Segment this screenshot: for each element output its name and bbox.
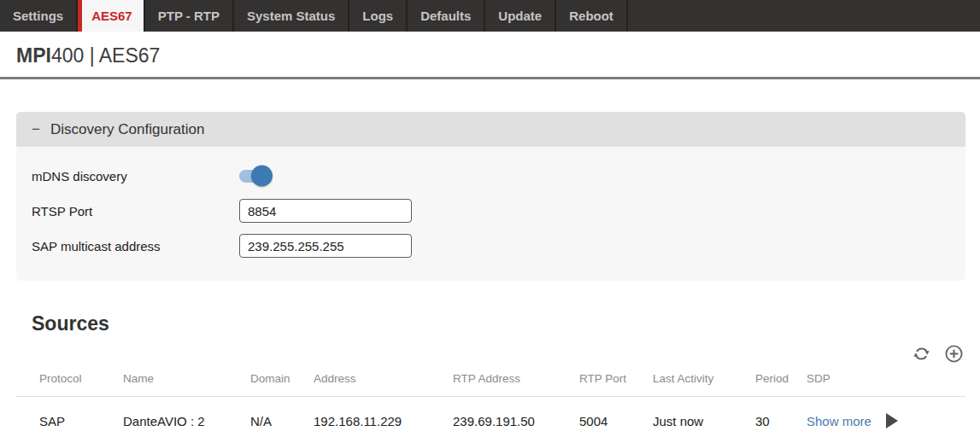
collapse-minus-icon: − — [32, 121, 40, 138]
toggle-knob — [251, 166, 273, 187]
tab-reboot[interactable]: Reboot — [556, 0, 628, 32]
discovery-panel-body: mDNS discovery RTSP Port SAP multicast a… — [16, 147, 965, 281]
tab-ptp-rtp[interactable]: PTP - RTP — [145, 0, 234, 32]
table-row: SAP DanteAVIO : 2 N/A 192.168.11.229 239… — [16, 397, 965, 437]
mdns-discovery-toggle[interactable] — [239, 170, 271, 183]
sap-multicast-input[interactable] — [239, 234, 412, 258]
col-domain: Domain — [250, 365, 314, 397]
sap-multicast-row: SAP multicast address — [16, 234, 965, 258]
cell-address: 192.168.11.229 — [314, 397, 453, 437]
table-header-row: Protocol Name Domain Address RTP Address… — [16, 365, 965, 397]
col-last-activity: Last Activity — [653, 365, 755, 397]
sources-section: Sources — [16, 312, 965, 437]
discovery-configuration-panel: − Discovery Configuration mDNS discovery… — [16, 112, 965, 281]
rtsp-port-label: RTSP Port — [32, 204, 239, 218]
cell-sdp: Show more — [807, 397, 886, 437]
cell-rtp-port: 5004 — [579, 397, 653, 437]
col-sdp: SDP — [807, 365, 886, 397]
mdns-discovery-row: mDNS discovery — [16, 164, 965, 188]
sources-table: Protocol Name Domain Address RTP Address… — [16, 365, 965, 437]
tab-system-status[interactable]: System Status — [234, 0, 349, 32]
sources-toolbar — [16, 344, 964, 364]
tab-logs[interactable]: Logs — [349, 0, 408, 32]
show-more-link[interactable]: Show more — [807, 414, 871, 428]
tab-defaults[interactable]: Defaults — [408, 0, 485, 32]
cell-period: 30 — [755, 397, 807, 437]
col-protocol: Protocol — [16, 365, 123, 397]
discovery-panel-header[interactable]: − Discovery Configuration — [16, 112, 965, 147]
rtsp-port-row: RTSP Port — [16, 199, 965, 223]
refresh-icon[interactable] — [912, 344, 931, 364]
device-brand: MPI — [16, 44, 51, 67]
tab-settings[interactable]: Settings — [0, 0, 78, 32]
col-period: Period — [755, 365, 807, 397]
sources-title: Sources — [16, 312, 965, 335]
col-rtp-address: RTP Address — [453, 365, 579, 397]
col-address: Address — [314, 365, 453, 397]
cell-protocol: SAP — [16, 397, 123, 437]
cell-name: DanteAVIO : 2 — [123, 397, 250, 437]
cell-last-activity: Just now — [653, 397, 755, 437]
tab-update[interactable]: Update — [485, 0, 556, 32]
discovery-panel-title: Discovery Configuration — [50, 121, 204, 138]
tab-aes67[interactable]: AES67 — [78, 0, 145, 32]
top-navbar: Settings AES67 PTP - RTP System Status L… — [0, 0, 980, 32]
col-actions — [886, 365, 965, 397]
header-divider — [0, 77, 980, 79]
play-icon[interactable] — [886, 413, 898, 428]
sap-multicast-label: SAP multicast address — [32, 239, 239, 253]
page-title: 400 | AES67 — [51, 44, 160, 67]
col-name: Name — [123, 365, 250, 397]
cell-rtp-address: 239.69.191.50 — [453, 397, 579, 437]
mdns-discovery-label: mDNS discovery — [32, 169, 239, 184]
col-rtp-port: RTP Port — [579, 365, 653, 397]
cell-actions — [886, 397, 965, 437]
page-header: MPI400 | AES67 — [0, 32, 980, 77]
rtsp-port-input[interactable] — [239, 199, 412, 223]
cell-domain: N/A — [250, 397, 314, 437]
add-icon[interactable] — [944, 344, 964, 364]
